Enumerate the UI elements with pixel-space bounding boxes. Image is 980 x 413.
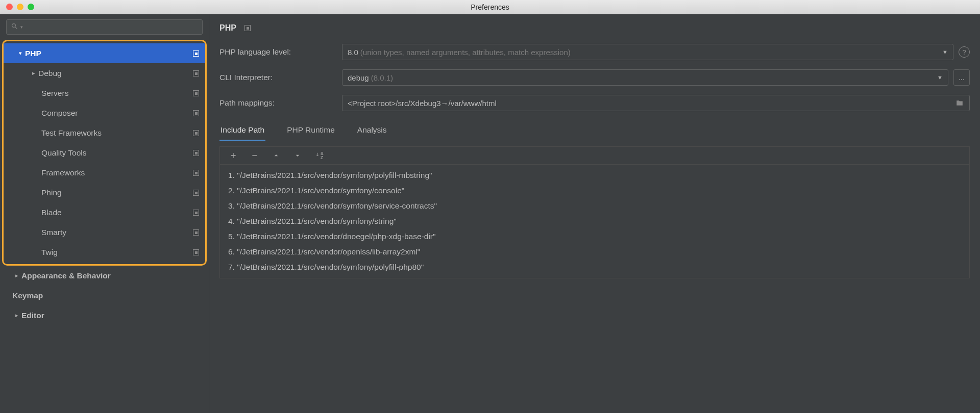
help-icon[interactable]: ?: [959, 46, 970, 58]
list-item[interactable]: 3. "/JetBrains/2021.1/src/vendor/symfony…: [226, 198, 963, 214]
sidebar-item-twig[interactable]: Twig: [4, 242, 205, 262]
project-scope-icon: [193, 110, 199, 116]
path-mappings-field[interactable]: <Project root>/src/Xdebug3→/var/www/html: [342, 95, 970, 111]
window-controls: [0, 4, 34, 10]
sidebar-item-label: Keymap: [12, 291, 203, 300]
project-scope-icon: [193, 249, 199, 255]
preferences-page: PHP PHP language level: 8.0 (union types…: [209, 14, 980, 413]
sidebar-item-label: Servers: [41, 89, 193, 98]
move-up-button[interactable]: [272, 151, 280, 160]
chevron-down-icon: ▾: [16, 50, 25, 57]
tab-php-runtime[interactable]: PHP Runtime: [286, 120, 336, 141]
sidebar-item-label: Smarty: [41, 228, 193, 237]
sidebar-item-php[interactable]: ▾PHP: [4, 43, 205, 63]
list-item[interactable]: 7. "/JetBrains/2021.1/src/vendor/symfony…: [226, 260, 963, 275]
sidebar-item-label: Editor: [21, 311, 203, 320]
project-scope-icon: [193, 130, 199, 136]
lang-level-label: PHP language level:: [219, 47, 342, 57]
sidebar-item-phing[interactable]: Phing: [4, 183, 205, 202]
titlebar: Preferences: [0, 0, 980, 14]
chevron-down-icon: ▼: [937, 74, 943, 81]
sidebar-item-smarty[interactable]: Smarty: [4, 222, 205, 242]
sidebar-item-test-frameworks[interactable]: Test Frameworks: [4, 123, 205, 143]
sidebar-item-composer[interactable]: Composer: [4, 103, 205, 123]
sidebar-item-servers[interactable]: Servers: [4, 83, 205, 103]
sidebar-item-keymap[interactable]: Keymap: [0, 286, 209, 305]
sidebar-item-label: Frameworks: [41, 168, 193, 177]
chevron-down-icon: ▼: [942, 49, 948, 55]
php-settings-tree: ▾PHP▸DebugServersComposerTest Frameworks…: [2, 40, 207, 266]
cli-hint: (8.0.1): [371, 73, 393, 82]
list-item[interactable]: 4. "/JetBrains/2021.1/src/vendor/symfony…: [226, 214, 963, 229]
search-icon: [11, 22, 18, 32]
preferences-sidebar: ▾ ▾PHP▸DebugServersComposerTest Framewor…: [0, 14, 209, 413]
sidebar-item-appearance-behavior[interactable]: ▸Appearance & Behavior: [0, 266, 209, 286]
sidebar-item-label: Phing: [41, 188, 193, 197]
cli-interpreter-select[interactable]: debug (8.0.1) ▼: [342, 69, 948, 86]
project-scope-icon: [193, 190, 199, 196]
project-scope-icon: [244, 25, 251, 31]
minimize-window-button[interactable]: [17, 4, 23, 10]
page-tabs: Include PathPHP RuntimeAnalysis: [219, 120, 970, 141]
project-scope-icon: [193, 90, 199, 96]
add-button[interactable]: [229, 151, 237, 160]
sidebar-item-editor[interactable]: ▸Editor: [0, 305, 209, 325]
tab-analysis[interactable]: Analysis: [356, 120, 388, 141]
sidebar-item-label: Twig: [41, 248, 193, 257]
sidebar-item-quality-tools[interactable]: Quality Tools: [4, 143, 205, 163]
sidebar-item-frameworks[interactable]: Frameworks: [4, 163, 205, 183]
include-path-list[interactable]: 1. "/JetBrains/2021.1/src/vendor/symfony…: [220, 165, 969, 278]
paths-label: Path mappings:: [219, 98, 342, 108]
cli-browse-button[interactable]: ...: [953, 69, 970, 86]
move-down-button[interactable]: [293, 151, 302, 160]
project-scope-icon: [193, 229, 199, 236]
tab-include-path[interactable]: Include Path: [219, 120, 265, 141]
preferences-search-input[interactable]: ▾: [6, 19, 203, 35]
cli-label: CLI Interpreter:: [219, 73, 342, 82]
close-window-button[interactable]: [6, 4, 13, 10]
lang-level-value: 8.0: [348, 48, 358, 57]
list-item[interactable]: 2. "/JetBrains/2021.1/src/vendor/symfony…: [226, 183, 963, 198]
project-scope-icon: [193, 70, 199, 76]
sidebar-item-label: Quality Tools: [41, 148, 193, 158]
chevron-right-icon: ▸: [29, 70, 38, 76]
remove-button[interactable]: [251, 151, 259, 160]
list-item[interactable]: 5. "/JetBrains/2021.1/src/vendor/dnoegel…: [226, 229, 963, 244]
project-scope-icon: [193, 150, 199, 156]
sidebar-item-label: PHP: [25, 49, 193, 58]
sidebar-item-label: Debug: [38, 69, 193, 78]
project-scope-icon: [193, 210, 199, 216]
include-path-panel: az 1. "/JetBrains/2021.1/src/vendor/symf…: [219, 146, 970, 278]
folder-icon: [955, 99, 964, 107]
chevron-down-icon: ▾: [20, 24, 23, 30]
chevron-right-icon: ▸: [12, 312, 21, 319]
cli-value: debug: [348, 73, 369, 82]
project-scope-icon: [193, 50, 199, 57]
page-title: PHP: [219, 23, 236, 33]
chevron-right-icon: ▸: [12, 272, 21, 279]
sidebar-item-label: Blade: [41, 208, 193, 217]
sidebar-item-label: Composer: [41, 109, 193, 118]
paths-value: <Project root>/src/Xdebug3→/var/www/html: [348, 99, 497, 108]
list-item[interactable]: 1. "/JetBrains/2021.1/src/vendor/symfony…: [226, 168, 963, 183]
sidebar-item-blade[interactable]: Blade: [4, 202, 205, 222]
lang-level-hint: (union types, named arguments, attribute…: [360, 48, 571, 57]
sidebar-item-debug[interactable]: ▸Debug: [4, 63, 205, 83]
lang-level-select[interactable]: 8.0 (union types, named arguments, attri…: [342, 44, 953, 60]
list-item[interactable]: 6. "/JetBrains/2021.1/src/vendor/openlss…: [226, 244, 963, 260]
project-scope-icon: [193, 170, 199, 176]
sort-button[interactable]: az: [315, 151, 324, 160]
zoom-window-button[interactable]: [28, 4, 34, 10]
window-title: Preferences: [471, 3, 509, 11]
settings-tree-below: ▸Appearance & BehaviorKeymap▸Editor: [0, 266, 209, 325]
sidebar-item-label: Appearance & Behavior: [21, 271, 203, 280]
sidebar-item-label: Test Frameworks: [41, 128, 193, 138]
